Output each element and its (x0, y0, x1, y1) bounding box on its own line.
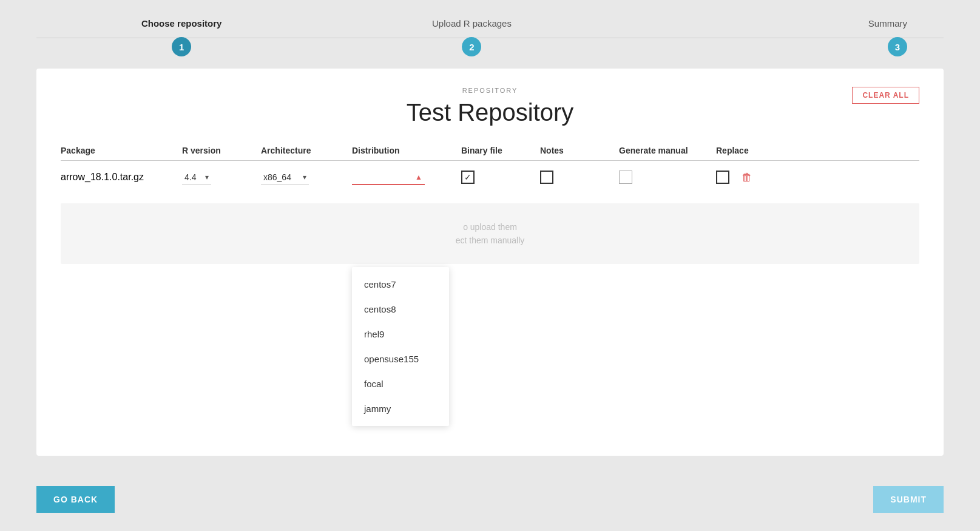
r-version-select-wrapper[interactable]: 4.4 4.3 4.2 ▾ (182, 170, 211, 185)
step-3-label: Summary (868, 18, 907, 29)
go-back-button[interactable]: GO BACK (36, 486, 115, 513)
dropdown-item-opensuse155[interactable]: opensuse155 (352, 347, 449, 371)
col-architecture: Architecture (261, 146, 352, 155)
dropdown-item-centos8[interactable]: centos8 (352, 297, 449, 322)
distribution-arrow-icon[interactable]: ▲ (415, 173, 422, 181)
step-1-circle: 1 (172, 37, 191, 56)
main-card: REPOSITORY Test Repository CLEAR ALL Pac… (36, 69, 944, 456)
col-package: Package (61, 146, 182, 155)
generate-manual-checkbox[interactable] (619, 171, 632, 184)
cell-generate-manual[interactable] (619, 171, 716, 184)
dropdown-item-rhel9[interactable]: rhel9 (352, 322, 449, 347)
package-name: arrow_18.1.0.tar.gz (61, 172, 144, 183)
cell-package: arrow_18.1.0.tar.gz (61, 172, 182, 183)
architecture-select-wrapper[interactable]: x86_64 aarch64 ▾ (261, 170, 309, 185)
bottom-actions: GO BACK SUBMIT (0, 474, 980, 531)
repository-name: Test Repository (61, 99, 919, 126)
dropzone-text-2: ect them manually (456, 235, 525, 245)
architecture-select[interactable]: x86_64 aarch64 (261, 170, 309, 185)
col-r-version: R version (182, 146, 261, 155)
cell-architecture[interactable]: x86_64 aarch64 ▾ (261, 170, 352, 185)
cell-replace[interactable]: 🗑 (716, 171, 777, 184)
replace-checkbox[interactable] (716, 171, 729, 184)
col-replace: Replace (716, 146, 777, 155)
cell-r-version[interactable]: 4.4 4.3 4.2 ▾ (182, 170, 261, 185)
step-2-circle: 2 (462, 37, 481, 56)
notes-checkbox[interactable] (540, 171, 553, 184)
stepper-step-3: Summary 3 (617, 18, 944, 56)
distribution-input[interactable] (352, 169, 425, 185)
binary-file-checkbox[interactable] (461, 171, 475, 184)
stepper-step-1: Choose repository 1 (36, 18, 326, 56)
col-notes: Notes (540, 146, 619, 155)
submit-button[interactable]: SUBMIT (873, 486, 944, 513)
table-header: Package R version Architecture Distribut… (61, 141, 919, 161)
table-row: arrow_18.1.0.tar.gz 4.4 4.3 4.2 ▾ x86_64… (61, 163, 919, 191)
step-1-label: Choose repository (141, 18, 222, 29)
dropzone[interactable]: o upload them ect them manually (61, 203, 919, 264)
distribution-dropdown[interactable]: centos7 centos8 rhel9 opensuse155 focal … (352, 267, 449, 426)
step-2-label: Upload R packages (432, 18, 512, 29)
stepper-step-2: Upload R packages 2 (326, 18, 617, 56)
main-content: REPOSITORY Test Repository CLEAR ALL Pac… (0, 69, 980, 474)
col-distribution: Distribution (352, 146, 461, 155)
stepper: Choose repository 1 Upload R packages 2 … (36, 18, 944, 56)
stepper-area: Choose repository 1 Upload R packages 2 … (0, 0, 980, 69)
dropdown-item-jammy[interactable]: jammy (352, 396, 449, 421)
cell-binary-file[interactable] (461, 171, 540, 184)
step-3-circle: 3 (888, 37, 907, 56)
col-generate-manual: Generate manual (619, 146, 716, 155)
distribution-wrapper[interactable]: ▲ (352, 169, 425, 185)
cell-notes[interactable] (540, 171, 619, 184)
dropdown-item-focal[interactable]: focal (352, 371, 449, 396)
dropzone-text-1: o upload them (463, 222, 517, 232)
cell-distribution[interactable]: ▲ (352, 169, 461, 185)
col-binary-file: Binary file (461, 146, 540, 155)
clear-all-button[interactable]: CLEAR ALL (852, 87, 919, 104)
r-version-select[interactable]: 4.4 4.3 4.2 (182, 170, 211, 185)
dropdown-item-centos7[interactable]: centos7 (352, 272, 449, 297)
repository-label: REPOSITORY (61, 87, 919, 94)
delete-row-icon[interactable]: 🗑 (742, 171, 752, 184)
